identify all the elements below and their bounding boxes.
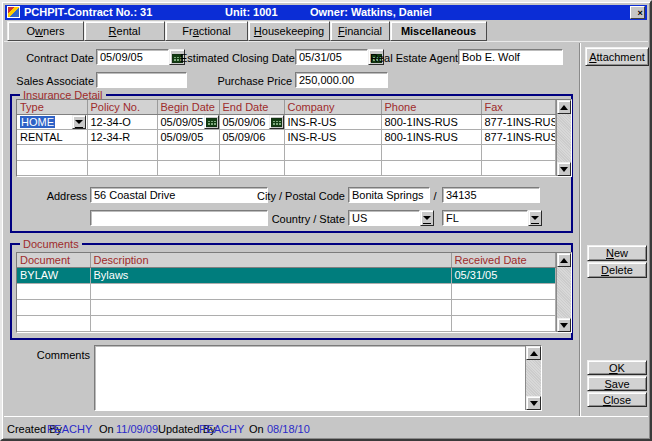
chevron-down-icon xyxy=(75,120,83,128)
documents-title: Documents xyxy=(20,238,82,250)
phone-cell[interactable]: 800-1INS-RUS xyxy=(381,114,481,129)
col-phone: Phone xyxy=(381,100,481,114)
fax-cell[interactable]: 877-1INS-RUS xyxy=(481,114,555,129)
document-row-empty[interactable] xyxy=(17,315,555,331)
calendar-icon xyxy=(271,118,282,127)
delete-button[interactable]: Delete xyxy=(587,262,647,278)
state-dropdown-button[interactable] xyxy=(528,210,542,226)
arrow-up-icon xyxy=(530,347,538,356)
new-button[interactable]: New xyxy=(587,245,647,261)
insurance-scrollbar[interactable] xyxy=(556,100,572,176)
arrow-down-icon xyxy=(530,401,538,410)
documents-header-row: Document Description Received Date xyxy=(17,253,555,267)
app-icon xyxy=(7,6,20,18)
address-line2-input[interactable] xyxy=(90,210,268,226)
scroll-down-button[interactable] xyxy=(526,396,541,410)
scroll-up-button[interactable] xyxy=(557,100,572,114)
scroll-up-button[interactable] xyxy=(557,253,572,267)
comments-textarea[interactable] xyxy=(95,346,525,410)
postal-code-input[interactable] xyxy=(442,187,540,203)
purchase-price-label: Purchase Price xyxy=(180,75,292,87)
document-row-selected[interactable]: BYLAW Bylaws 05/31/05 xyxy=(17,267,555,283)
scrollbar-track[interactable] xyxy=(526,360,541,396)
end-date-calendar-button[interactable] xyxy=(269,115,284,129)
description-cell: Bylaws xyxy=(90,267,451,283)
col-type: Type xyxy=(17,100,87,114)
col-policy-no: Policy No. xyxy=(87,100,157,114)
country-input[interactable] xyxy=(348,210,420,226)
updated-on-label: On xyxy=(249,423,264,435)
updated-on-value: 08/18/10 xyxy=(267,423,310,435)
contract-date-input[interactable] xyxy=(96,49,169,65)
type-value-selected: HOME xyxy=(20,116,55,128)
insurance-row[interactable]: HOME 12-34-O 05/09/05 05/09/06 INS-R-US … xyxy=(17,114,555,129)
contract-date-label: Contract Date xyxy=(10,52,94,64)
tab-housekeeping[interactable]: Housekeeping xyxy=(248,21,330,41)
tab-rental[interactable]: Rental xyxy=(84,21,165,41)
estimated-closing-date-input[interactable] xyxy=(295,49,368,65)
country-state-label: Country / State xyxy=(252,213,345,225)
state-input[interactable] xyxy=(442,210,528,226)
tab-owners[interactable]: Owners xyxy=(7,21,84,41)
city-input[interactable] xyxy=(348,187,430,203)
arrow-down-icon xyxy=(560,323,568,332)
real-estate-agent-label: Real Estate Agent xyxy=(370,52,455,64)
city-postal-separator: / xyxy=(432,190,438,202)
insurance-header-row: Type Policy No. Begin Date End Date Comp… xyxy=(17,100,555,114)
insurance-row[interactable]: RENTAL12-34-R 05/09/0505/09/06 INS-R-US8… xyxy=(17,130,555,145)
tab-miscellaneous[interactable]: Miscellaneous xyxy=(390,21,487,41)
insurance-row-empty[interactable] xyxy=(17,160,555,175)
tab-fractional[interactable]: Fractional xyxy=(165,21,248,41)
city-postal-label: City / Postal Code xyxy=(252,190,345,202)
address-input[interactable] xyxy=(90,187,268,203)
insurance-row-empty[interactable] xyxy=(17,145,555,160)
received-date-cell: 05/31/05 xyxy=(451,267,555,283)
save-button[interactable]: Save xyxy=(587,376,647,391)
insurance-table: Type Policy No. Begin Date End Date Comp… xyxy=(16,99,572,177)
created-by-value: PEACHY xyxy=(47,423,92,435)
documents-scrollbar[interactable] xyxy=(556,253,572,332)
arrow-up-icon xyxy=(560,254,568,263)
created-on-value: 11/09/09 xyxy=(116,423,158,435)
status-bar-divider xyxy=(4,416,648,417)
document-row-empty[interactable] xyxy=(17,299,555,315)
insurance-grid: Type Policy No. Begin Date End Date Comp… xyxy=(17,100,556,176)
created-on-label: On xyxy=(99,423,114,435)
close-button-bottom[interactable]: Close xyxy=(587,392,647,407)
scroll-down-button[interactable] xyxy=(557,162,572,176)
scroll-up-button[interactable] xyxy=(526,346,541,360)
comments-box xyxy=(94,345,542,411)
type-dropdown-button[interactable] xyxy=(72,115,86,129)
sales-associate-input[interactable] xyxy=(96,72,187,88)
scrollbar-track[interactable] xyxy=(557,267,572,318)
scrollbar-track[interactable] xyxy=(557,114,572,162)
title-bar: PCHPIT-Contract No.: 31 Unit: 1001 Owner… xyxy=(5,5,647,20)
chevron-down-icon xyxy=(531,216,539,224)
purchase-price-input[interactable] xyxy=(295,72,388,88)
end-date-cell[interactable]: 05/09/06 xyxy=(219,114,284,129)
comments-scrollbar[interactable] xyxy=(525,346,541,410)
window-owner: Owner: Watkins, Daniel xyxy=(310,6,432,18)
country-dropdown-button[interactable] xyxy=(420,210,434,226)
close-icon: × xyxy=(638,8,643,18)
col-document: Document xyxy=(17,253,90,267)
policy-no-cell[interactable]: 12-34-O xyxy=(87,114,157,129)
ok-button[interactable]: OK xyxy=(587,360,647,375)
col-company: Company xyxy=(284,100,381,114)
attachment-button[interactable]: Attachment xyxy=(585,47,649,66)
window-unit: Unit: 1001 xyxy=(225,6,278,18)
begin-date-cell[interactable]: 05/09/05 xyxy=(157,114,219,129)
col-fax: Fax xyxy=(481,100,555,114)
begin-date-calendar-button[interactable] xyxy=(204,115,219,129)
calendar-icon xyxy=(206,118,217,127)
document-row-empty[interactable] xyxy=(17,283,555,299)
address-label: Address xyxy=(10,190,87,202)
tab-financial[interactable]: Financial xyxy=(330,21,390,41)
documents-grid: Document Description Received Date BYLAW… xyxy=(17,253,556,332)
scroll-down-button[interactable] xyxy=(557,318,572,332)
col-description: Description xyxy=(90,253,451,267)
close-button[interactable]: × xyxy=(630,6,645,19)
company-cell[interactable]: INS-R-US xyxy=(284,114,381,129)
real-estate-agent-input[interactable] xyxy=(458,49,563,65)
panel-edge xyxy=(4,41,648,42)
